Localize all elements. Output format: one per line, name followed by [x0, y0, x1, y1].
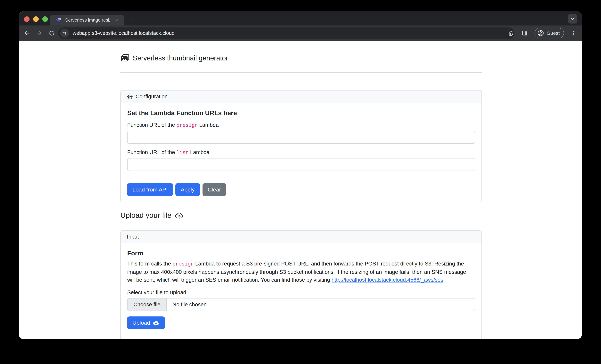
- presign-code: presign: [176, 122, 198, 128]
- presign-url-label: Function URL of the presign Lambda: [127, 122, 475, 129]
- close-tab-icon[interactable]: [113, 17, 120, 23]
- configuration-card-header: Configuration: [121, 91, 481, 103]
- desc-presign-code: presign: [172, 261, 194, 267]
- upload-section-heading: Upload your file: [120, 211, 184, 220]
- window-controls: [24, 16, 48, 22]
- kebab-menu-icon[interactable]: [570, 29, 578, 37]
- page-container: Serverless thumbnail generator Configura…: [120, 41, 482, 339]
- presign-url-input[interactable]: [127, 131, 475, 144]
- person-icon: [537, 30, 544, 37]
- desc-part1: This form calls the: [127, 261, 172, 267]
- apply-button[interactable]: Apply: [175, 183, 200, 196]
- page-title: Serverless thumbnail generator: [133, 54, 228, 62]
- divider: [120, 72, 482, 73]
- presign-label-suffix: Lambda: [198, 122, 219, 128]
- form-description: This form calls the presign Lambda to re…: [127, 260, 475, 284]
- tab-title: Serverless image resizer: [65, 18, 110, 23]
- close-window-button[interactable]: [24, 16, 30, 22]
- file-status-text: No file chosen: [167, 298, 212, 311]
- list-url-label: Function URL of the list Lambda: [127, 149, 475, 156]
- input-card-body: Form This form calls the presign Lambda …: [121, 243, 481, 334]
- load-from-api-button[interactable]: Load from API: [127, 183, 173, 196]
- file-select-label: Select your file to upload: [127, 289, 475, 295]
- page-content: Serverless thumbnail generator Configura…: [19, 41, 582, 339]
- configuration-card-body: Set the Lambda Function URLs here Functi…: [121, 103, 481, 202]
- nav-buttons: [19, 29, 56, 37]
- url-bar[interactable]: webapp.s3-website.localhost.localstack.c…: [58, 28, 514, 39]
- page-title-row: Serverless thumbnail generator: [120, 54, 228, 63]
- cloud-upload-icon: [175, 211, 184, 219]
- cloud-upload-fill-icon: [152, 320, 160, 326]
- input-card-title: Input: [127, 234, 139, 240]
- localstack-favicon: [56, 17, 62, 23]
- minimize-window-button[interactable]: [33, 16, 39, 22]
- forward-icon[interactable]: [35, 29, 44, 37]
- gear-icon: [127, 94, 133, 100]
- profile-label: Guest: [547, 30, 560, 36]
- toolbar-right: Guest: [506, 25, 578, 41]
- battery-saver-leaf-icon[interactable]: [506, 29, 515, 37]
- presign-label-prefix: Function URL of the: [127, 122, 176, 128]
- browser-tab[interactable]: Serverless image resizer: [50, 15, 124, 25]
- list-label-suffix: Lambda: [189, 149, 210, 155]
- upload-button-label: Upload: [132, 320, 150, 326]
- profile-chip[interactable]: Guest: [534, 28, 564, 38]
- back-icon[interactable]: [23, 29, 31, 37]
- input-card: Input Form This form calls the presign L…: [120, 230, 482, 339]
- reload-icon[interactable]: [48, 29, 56, 37]
- side-panel-icon[interactable]: [521, 29, 529, 37]
- clear-button[interactable]: Clear: [202, 183, 226, 196]
- configuration-card: Configuration Set the Lambda Function UR…: [120, 90, 482, 202]
- config-heading: Set the Lambda Function URLs here: [127, 109, 475, 117]
- choose-file-button[interactable]: Choose file: [128, 298, 167, 311]
- file-input[interactable]: Choose file No file chosen: [127, 298, 475, 311]
- ses-link[interactable]: http://localhost.localstack.cloud:4566/_…: [331, 277, 443, 283]
- config-buttons-row: Load from API Apply Clear: [127, 183, 475, 196]
- tab-search-chevron-icon[interactable]: [568, 14, 577, 23]
- url-text: webapp.s3-website.localhost.localstack.c…: [73, 30, 175, 36]
- divider: [120, 227, 482, 227]
- browser-window: Serverless image resizer: [19, 11, 582, 339]
- tab-strip: Serverless image resizer: [19, 11, 582, 25]
- input-card-header: Input: [121, 231, 481, 243]
- images-icon: [120, 54, 130, 63]
- configuration-card-title: Configuration: [136, 93, 168, 100]
- new-tab-button[interactable]: [127, 16, 135, 24]
- list-label-prefix: Function URL of the: [127, 149, 176, 155]
- site-info-icon[interactable]: [60, 29, 69, 38]
- upload-button[interactable]: Upload: [127, 316, 165, 329]
- screen: Serverless image resizer: [0, 0, 601, 364]
- browser-toolbar: webapp.s3-website.localhost.localstack.c…: [19, 25, 582, 41]
- list-url-input[interactable]: [127, 158, 475, 171]
- list-code: list: [176, 150, 189, 156]
- form-heading: Form: [127, 249, 475, 257]
- upload-heading-text: Upload your file: [120, 211, 171, 220]
- zoom-window-button[interactable]: [42, 16, 48, 22]
